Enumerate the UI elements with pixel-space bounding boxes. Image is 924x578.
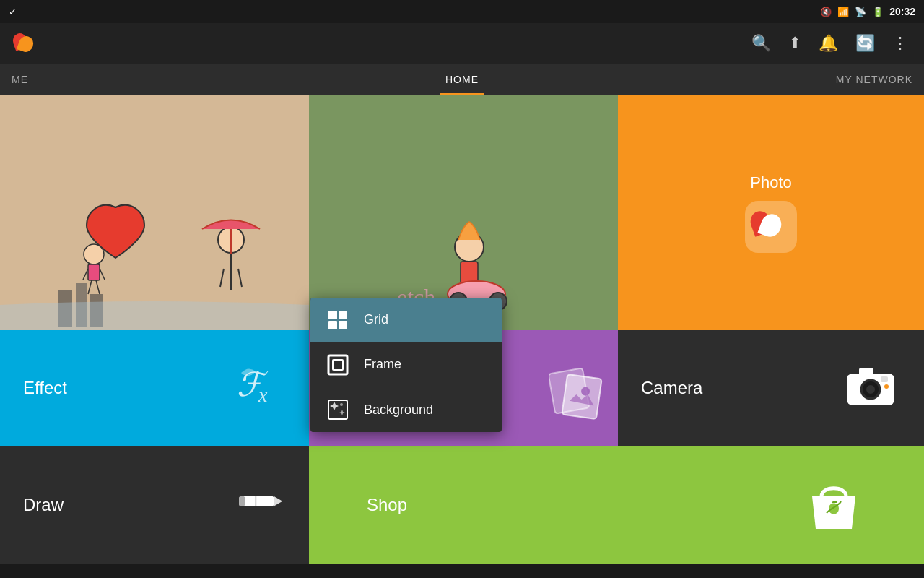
svg-point-3 [84, 244, 104, 264]
nav-network-label: MY NETWORK [836, 74, 912, 85]
svg-marker-27 [274, 496, 282, 506]
svg-rect-28 [239, 496, 245, 506]
nav-item-network[interactable]: MY NETWORK [612, 64, 924, 95]
grid-label: Grid [364, 312, 388, 327]
notification-icon[interactable]: 🔔 [814, 30, 842, 57]
main-grid: etch Photo Effect ℱ x Colla [0, 95, 924, 578]
cell-shop[interactable]: Shop [309, 446, 924, 564]
svg-text:x: x [258, 384, 268, 406]
camera-label: Camera [641, 378, 702, 398]
dropdown-item-grid[interactable]: Grid [310, 298, 502, 342]
svg-rect-32 [328, 321, 337, 329]
nav-bar: ME HOME MY NETWORK [0, 64, 924, 95]
svg-rect-36 [328, 400, 347, 419]
nav-item-home[interactable]: HOME [312, 64, 612, 95]
cell-image[interactable]: etch [0, 95, 618, 330]
refresh-icon[interactable]: 🔄 [851, 30, 879, 57]
svg-rect-4 [88, 264, 100, 280]
svg-rect-34 [328, 355, 347, 374]
photo-label: Photo [750, 173, 792, 192]
svg-rect-17 [562, 374, 601, 419]
dropdown-menu: Grid Frame Backgr [310, 298, 502, 432]
nav-me-label: ME [12, 74, 28, 85]
grid-icon [325, 307, 351, 333]
svg-rect-33 [339, 321, 347, 329]
shop-icon [801, 471, 866, 539]
svg-rect-24 [881, 376, 888, 382]
search-icon[interactable]: 🔍 [747, 30, 775, 57]
top-bar: 🔍 ⬆ 🔔 🔄 ⋮ [0, 23, 924, 64]
signal-icon: 📡 [855, 7, 866, 17]
cell-effect[interactable]: Effect ℱ x [0, 330, 309, 446]
frame-label: Frame [364, 357, 401, 372]
more-icon[interactable]: ⋮ [888, 30, 912, 57]
photo-logo-icon [745, 201, 797, 253]
svg-rect-0 [0, 95, 309, 330]
svg-rect-30 [328, 311, 337, 319]
nav-item-me[interactable]: ME [0, 64, 312, 95]
svg-rect-35 [333, 360, 343, 370]
dropdown-item-frame[interactable]: Frame [310, 342, 502, 387]
upload-icon[interactable]: ⬆ [784, 30, 806, 57]
camera-icon [843, 361, 901, 416]
svg-rect-31 [339, 311, 347, 319]
checkmark-icon: ✓ [9, 7, 17, 17]
cell-draw[interactable]: Draw [0, 446, 309, 564]
draw-label: Draw [23, 495, 64, 515]
dropdown-item-background[interactable]: Background [310, 387, 502, 432]
fx-icon: ℱ x [235, 358, 286, 418]
status-time: 20:32 [889, 6, 915, 17]
status-bar: ✓ 🔇 📶 📡 🔋 20:32 [0, 0, 924, 23]
background-label: Background [364, 402, 433, 418]
frame-icon [325, 352, 351, 378]
background-icon [325, 397, 351, 423]
collage-icon [549, 365, 595, 411]
svg-rect-6 [461, 262, 478, 283]
wifi-icon: 📶 [837, 7, 849, 17]
nav-home-label: HOME [445, 74, 479, 85]
battery-icon: 🔋 [872, 7, 884, 17]
draw-icon [224, 467, 297, 543]
cell-camera[interactable]: Camera [618, 330, 924, 446]
svg-point-22 [866, 385, 875, 394]
app-logo [12, 30, 38, 56]
svg-rect-23 [859, 368, 873, 376]
svg-rect-29 [255, 496, 256, 506]
svg-point-25 [884, 384, 889, 389]
effect-label: Effect [23, 378, 67, 398]
mute-icon: 🔇 [820, 7, 832, 17]
shop-label: Shop [367, 495, 407, 515]
svg-point-37 [340, 403, 343, 406]
cell-photo[interactable]: Photo [618, 95, 924, 330]
